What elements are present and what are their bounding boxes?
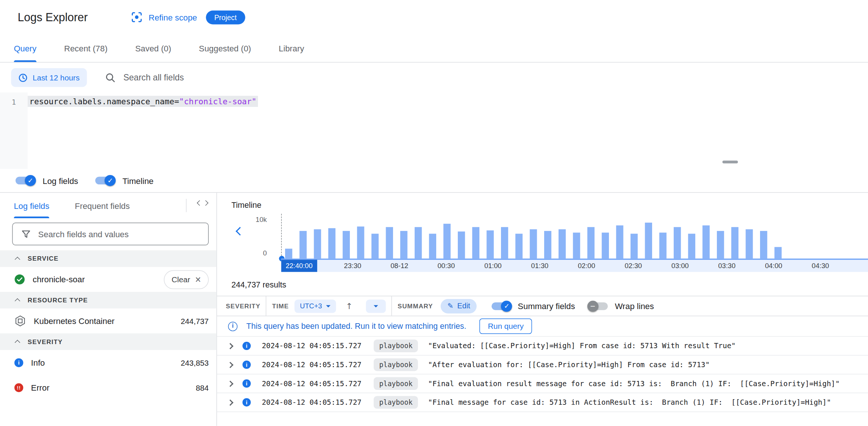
timeline-bar[interactable] (645, 223, 652, 258)
timeline-bar[interactable] (458, 232, 465, 258)
query-code-area[interactable]: resource.labels.namespace_name="chronicl… (28, 92, 258, 169)
timeline-bar[interactable] (400, 231, 407, 259)
tab-suggested-0[interactable]: Suggested (0) (199, 34, 251, 62)
timeline-bar[interactable] (415, 227, 422, 258)
expand-row-icon[interactable] (227, 343, 233, 349)
log-timestamp: 2024-08-12 04:05:15.727 (262, 398, 361, 406)
log-label-chip[interactable]: playbook (374, 358, 418, 371)
timeline-bar[interactable] (300, 231, 307, 259)
line-number: 1 (12, 98, 16, 106)
timeline-bar[interactable] (530, 229, 537, 258)
timeline-bar[interactable] (760, 231, 767, 259)
expand-row-icon[interactable] (227, 381, 233, 387)
timeline-bar[interactable] (702, 225, 709, 258)
timeline-bar[interactable] (371, 233, 379, 258)
severity-error-row[interactable]: !! Error 884 (0, 375, 217, 400)
tab-library[interactable]: Library (279, 34, 304, 62)
timeline-bar[interactable] (501, 227, 508, 258)
fields-search-input[interactable]: Search fields and values (12, 223, 209, 245)
query-editor[interactable]: 1 resource.labels.namespace_name="chroni… (0, 92, 868, 169)
timeline-bar[interactable] (587, 227, 594, 258)
timeline-bar[interactable] (717, 231, 724, 259)
severity-info-row[interactable]: i Info 243,853 (0, 350, 217, 375)
log-label-chip[interactable]: playbook (374, 377, 418, 390)
timeline-tick: 04:30 (812, 262, 829, 270)
timeline-bar[interactable] (544, 231, 551, 259)
timeline-bar[interactable] (314, 229, 321, 258)
refine-scope-icon (131, 11, 143, 23)
timeline-bar[interactable] (386, 227, 393, 258)
timeline-bar[interactable] (429, 234, 436, 258)
section-header-severity[interactable]: SEVERITY (0, 333, 217, 350)
timeline-bar[interactable] (343, 231, 350, 259)
search-all-fields-input[interactable]: Search all fields (123, 73, 868, 83)
section-header-service[interactable]: SERVICE (0, 250, 217, 267)
tab-frequent-fields[interactable]: Frequent fields (75, 193, 130, 218)
expand-row-icon[interactable] (227, 399, 233, 406)
timeline-bar[interactable] (731, 227, 738, 258)
expand-row-icon[interactable] (227, 362, 233, 368)
log-row[interactable]: i2024-08-12 04:05:15.727playbook"After e… (217, 356, 868, 375)
timeline-bar[interactable] (674, 227, 681, 258)
timeline-tick: 03:30 (718, 262, 735, 270)
timeline-plot[interactable] (281, 214, 868, 258)
edit-summary-button[interactable]: ✎ Edit (441, 299, 477, 313)
fields-search-placeholder: Search fields and values (38, 229, 129, 239)
timeline-bar[interactable] (573, 233, 580, 259)
query-operator-token: = (174, 97, 179, 106)
timeline-bar[interactable] (328, 228, 335, 259)
tab-saved-0[interactable]: Saved (0) (135, 34, 171, 62)
query-expression[interactable]: resource.labels.namespace_name="chronicl… (28, 96, 258, 107)
resource-type-row[interactable]: Kubernetes Container 244,737 (0, 308, 217, 333)
page-title: Logs Explorer (18, 10, 88, 24)
time-range-button[interactable]: Last 12 hours (11, 68, 87, 87)
timeline-bar[interactable] (631, 234, 638, 258)
severity-count: 243,853 (181, 358, 208, 367)
log-row[interactable]: i2024-08-12 04:05:15.727playbook"Final m… (217, 393, 868, 412)
tab-log-fields[interactable]: Log fields (14, 193, 50, 218)
editor-resize-handle[interactable] (722, 160, 738, 163)
timeline-selected-tick[interactable]: 22:40:00 (281, 260, 317, 272)
severity-name: Error (31, 383, 50, 392)
timeline-toggle[interactable]: ✓ (94, 175, 116, 186)
timeline-bar[interactable] (357, 226, 364, 259)
timeline-bar[interactable] (285, 249, 292, 258)
timeline-bar[interactable] (472, 227, 479, 258)
log-label-chip[interactable]: playbook (374, 340, 418, 352)
project-badge[interactable]: Project (206, 10, 245, 24)
timeline-bar[interactable] (775, 247, 782, 258)
collapse-panel-button[interactable] (198, 201, 208, 205)
chevron-up-icon (15, 257, 20, 262)
clear-filter-button[interactable]: Clear × (164, 270, 208, 289)
tab-query[interactable]: Query (14, 34, 36, 62)
timezone-label: UTC+3 (300, 302, 322, 310)
timezone-selector[interactable]: UTC+3 (294, 299, 336, 313)
wrap-lines-toggle[interactable]: − (587, 301, 609, 312)
timeline-bar[interactable] (602, 233, 609, 259)
filter-icon (21, 229, 31, 239)
log-label-chip[interactable]: playbook (374, 396, 418, 408)
refine-scope-button[interactable]: Refine scope Project (131, 10, 245, 24)
timeline-bar[interactable] (659, 233, 666, 259)
tab-recent-78[interactable]: Recent (78) (64, 34, 108, 62)
timeline-chart: 10k 0 22:40:00 23:3008-1200:3001:0001:30… (217, 213, 868, 274)
log-message: "Final evaluation result message for cas… (428, 379, 868, 388)
log-row[interactable]: i2024-08-12 04:05:15.727playbook"Evaluat… (217, 337, 868, 356)
timeline-bar[interactable] (486, 231, 494, 259)
chevron-down-icon (326, 305, 331, 307)
timeline-bar[interactable] (443, 224, 450, 259)
sort-ascending-icon[interactable]: ↑ (346, 301, 353, 311)
log-fields-toggle[interactable]: ✓ (14, 175, 36, 186)
timeline-bar[interactable] (746, 229, 753, 258)
timeline-bar[interactable] (559, 229, 566, 258)
timeline-bar[interactable] (516, 233, 523, 258)
timeline-bar[interactable] (616, 225, 623, 258)
log-row[interactable]: i2024-08-12 04:05:15.727playbook"Final e… (217, 374, 868, 393)
section-title: RESOURCE TYPE (28, 297, 88, 303)
timeline-prev-button[interactable] (236, 227, 244, 235)
timeline-bar[interactable] (688, 233, 695, 258)
run-query-button[interactable]: Run query (480, 318, 532, 334)
sort-order-dropdown[interactable] (366, 299, 386, 313)
summary-fields-toggle[interactable]: ✓ (490, 301, 512, 312)
section-header-resource-type[interactable]: RESOURCE TYPE (0, 292, 217, 309)
